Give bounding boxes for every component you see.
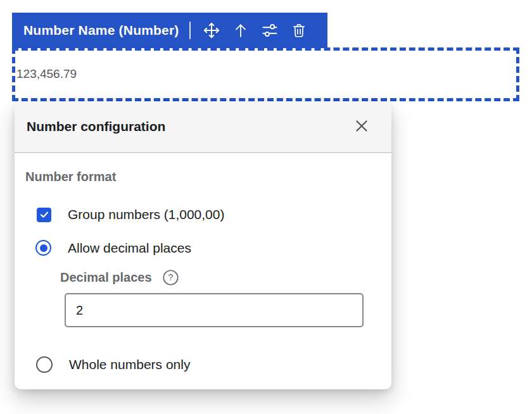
checkbox-checked-icon[interactable] — [37, 208, 51, 222]
number-configuration-dialog: Number configuration Number format Group… — [15, 101, 391, 389]
group-numbers-option[interactable]: Group numbers (1,000,00) — [37, 207, 224, 222]
move-field-button[interactable] — [197, 18, 226, 43]
delete-field-button[interactable] — [284, 18, 314, 43]
allow-decimal-label: Allow decimal places — [68, 241, 191, 256]
field-settings-button[interactable] — [255, 18, 284, 43]
field-toolbar: Number Name (Number) — [12, 13, 327, 48]
number-field-selected[interactable]: 123,456.79 — [12, 47, 519, 101]
trash-icon — [291, 22, 307, 39]
decimal-places-input[interactable] — [65, 293, 364, 327]
dialog-title: Number configuration — [27, 119, 165, 134]
field-toolbar-title: Number Name (Number) — [23, 23, 179, 38]
dialog-body: Number format Group numbers (1,000,00) A… — [15, 153, 391, 388]
toolbar-icon-group — [197, 18, 314, 43]
number-field-value: 123,456.79 — [15, 67, 77, 81]
whole-numbers-option[interactable]: Whole numbers only — [36, 356, 190, 373]
move-up-button[interactable] — [226, 18, 255, 43]
svg-text:?: ? — [168, 272, 173, 282]
arrow-up-icon — [232, 22, 249, 39]
dialog-header: Number configuration — [15, 101, 391, 153]
help-icon[interactable]: ? — [162, 269, 179, 286]
radio-unselected-icon[interactable] — [36, 356, 53, 373]
decimal-places-label: Decimal places — [60, 270, 152, 285]
close-icon — [353, 118, 370, 136]
decimal-places-label-row: Decimal places ? — [60, 269, 179, 286]
close-dialog-button[interactable] — [352, 117, 371, 136]
whole-numbers-label: Whole numbers only — [69, 357, 190, 372]
group-numbers-label: Group numbers (1,000,00) — [68, 207, 224, 222]
number-format-section-label: Number format — [25, 170, 116, 184]
allow-decimal-option[interactable]: Allow decimal places — [35, 240, 191, 256]
radio-selected-icon[interactable] — [35, 240, 51, 256]
move-icon — [203, 22, 220, 39]
form-builder-canvas: Number Name (Number) — [0, 0, 532, 414]
toolbar-divider — [189, 22, 191, 39]
sliders-icon — [261, 22, 279, 39]
